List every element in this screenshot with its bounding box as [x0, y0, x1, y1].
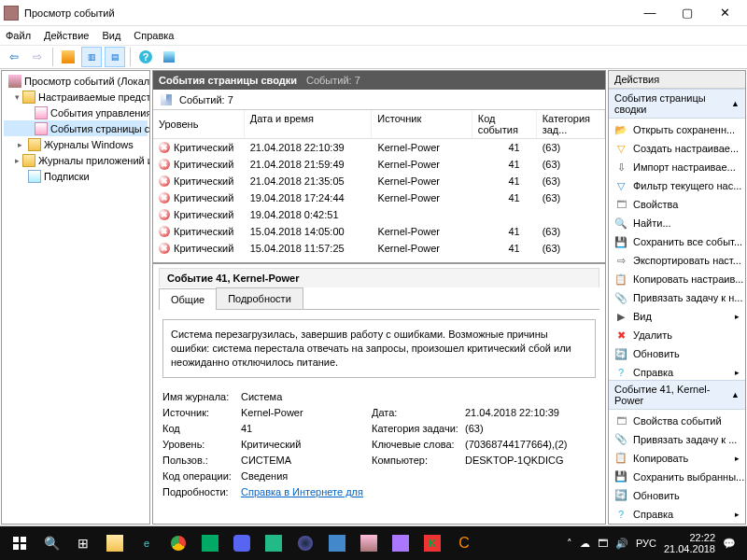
show-tree-button[interactable]: [58, 47, 78, 67]
tray-lang[interactable]: РУС: [636, 538, 656, 549]
view-list-button[interactable]: ▥: [81, 47, 102, 67]
action-task[interactable]: 📎Привязать задачу к ...: [609, 430, 745, 449]
copy-icon: 📋: [614, 273, 627, 286]
refresh-icon: 🔄: [614, 489, 627, 502]
detail-title: Событие 41, Kernel-Power: [159, 268, 599, 287]
action-refresh[interactable]: 🔄Обновить: [609, 486, 745, 505]
center-header: События страницы сводкиСобытий: 7: [153, 71, 605, 90]
action-props[interactable]: 🗔Свойства событий: [609, 412, 745, 430]
table-row[interactable]: ✖Критический21.04.2018 21:35:05Kernel-Po…: [153, 173, 605, 189]
table-row[interactable]: ✖Критический19.04.2018 0:42:51: [153, 206, 605, 223]
tree-root[interactable]: Просмотр событий (Локальны: [4, 73, 148, 89]
open-icon: 📂: [614, 123, 627, 136]
action-view[interactable]: ▶Вид▸: [609, 307, 745, 326]
tray-up-icon[interactable]: ˄: [567, 538, 572, 550]
actions-section-1: События страницы сводки▲: [609, 89, 745, 119]
table-row[interactable]: ✖Критический19.04.2018 17:24:44Kernel-Po…: [153, 189, 605, 206]
tray-volume-icon[interactable]: 🔊: [615, 538, 628, 550]
minimize-button[interactable]: —: [631, 1, 669, 25]
action-help[interactable]: ?Справка▸: [609, 363, 745, 380]
filter-button[interactable]: [159, 47, 179, 67]
back-button[interactable]: ⇦: [4, 47, 24, 67]
app-snip[interactable]: [385, 528, 416, 558]
online-help-link[interactable]: Справка в Интернете для: [241, 486, 372, 497]
system-tray[interactable]: ˄ ☁ 🗔 🔊 РУС 22:2221.04.2018 💬: [559, 532, 743, 554]
funnel-icon: [161, 94, 172, 105]
tree-applogs[interactable]: ▸Журналы приложений и сл: [4, 152, 148, 168]
tray-network-icon[interactable]: 🗔: [598, 538, 608, 549]
app-explorer[interactable]: [99, 528, 131, 558]
action-export[interactable]: ⇨Экспортировать наст...: [609, 251, 745, 270]
maximize-button[interactable]: ▢: [669, 1, 706, 25]
start-button[interactable]: [4, 528, 35, 558]
tree-summary[interactable]: События страницы свод: [4, 120, 148, 136]
action-find[interactable]: 🔍Найти...: [609, 214, 745, 232]
table-row[interactable]: ✖Критический21.04.2018 21:59:49Kernel-Po…: [153, 156, 605, 173]
menu-action[interactable]: Действие: [44, 30, 89, 41]
del-icon: ✖: [614, 329, 627, 342]
col-source[interactable]: Источник: [372, 110, 472, 138]
action-refresh[interactable]: 🔄Обновить: [609, 344, 745, 363]
table-row[interactable]: ✖Критический21.04.2018 22:10:39Kernel-Po…: [153, 139, 605, 156]
error-icon: ✖: [159, 243, 170, 254]
action-help[interactable]: ?Справка▸: [609, 505, 745, 524]
tree-winlogs[interactable]: ▸Журналы Windows: [4, 136, 148, 152]
tab-details[interactable]: Подробности: [216, 287, 303, 309]
error-icon: ✖: [159, 142, 170, 153]
tree-custom[interactable]: ▾Настраиваемые представл: [4, 89, 148, 105]
menu-help[interactable]: Справка: [134, 30, 174, 41]
col-level[interactable]: Уровень: [153, 110, 245, 138]
search-button[interactable]: 🔍: [35, 528, 67, 558]
action-del[interactable]: ✖Удалить: [609, 326, 745, 344]
app-ccleaner[interactable]: C: [448, 528, 480, 558]
tab-general[interactable]: Общие: [159, 288, 217, 310]
eventviewer-icon: [8, 75, 21, 88]
table-row[interactable]: ✖Критический15.04.2018 14:05:00Kernel-Po…: [153, 223, 605, 240]
col-datetime[interactable]: Дата и время: [245, 110, 373, 138]
view-detail-button[interactable]: ▤: [105, 47, 125, 67]
tray-cloud-icon[interactable]: ☁: [580, 538, 590, 550]
app-discord[interactable]: [226, 528, 258, 558]
action-task[interactable]: 📎Привязать задачу к н...: [609, 288, 745, 307]
app-edge[interactable]: e: [131, 528, 162, 558]
detail-tabs: Общие Подробности: [159, 287, 599, 310]
tray-clock[interactable]: 22:2221.04.2018: [664, 532, 715, 554]
actions-panel: Действия События страницы сводки▲ 📂Откры…: [608, 70, 746, 525]
error-icon: ✖: [159, 209, 170, 220]
action-save[interactable]: 💾Сохранить все событ...: [609, 232, 745, 251]
app-generic2[interactable]: [321, 528, 353, 558]
error-icon: ✖: [159, 192, 170, 203]
tray-notifications-icon[interactable]: 💬: [723, 538, 736, 550]
app-kaspersky[interactable]: K: [416, 528, 448, 558]
col-code[interactable]: Код события: [472, 110, 537, 138]
task-icon: 📎: [614, 291, 627, 304]
forward-button[interactable]: ⇨: [27, 47, 48, 67]
action-copy2[interactable]: 📋Копировать▸: [609, 449, 745, 468]
app-generic1[interactable]: [258, 528, 289, 558]
menu-file[interactable]: Файл: [6, 30, 31, 41]
tree-mgmt[interactable]: События управления: [4, 105, 148, 120]
tree-subs[interactable]: Подписки: [4, 168, 148, 184]
action-copy[interactable]: 📋Копировать настраив...: [609, 270, 745, 288]
action-filter[interactable]: ▽Фильтр текущего нас...: [609, 176, 745, 195]
action-funnel[interactable]: ▽Создать настраивае...: [609, 139, 745, 158]
import-icon: ⇩: [614, 161, 627, 174]
app-store[interactable]: [194, 528, 226, 558]
refresh-icon: 🔄: [614, 347, 627, 360]
help-button[interactable]: ?: [135, 47, 156, 67]
taskview-button[interactable]: ⊞: [67, 528, 99, 558]
svg-rect-2: [13, 544, 19, 550]
app-chrome[interactable]: [162, 528, 194, 558]
col-category[interactable]: Категория зад...: [537, 110, 605, 138]
event-count: Событий: 7: [179, 94, 233, 105]
action-open[interactable]: 📂Открыть сохраненн...: [609, 120, 745, 139]
filter-icon: ▽: [614, 179, 627, 192]
app-steam[interactable]: [289, 528, 321, 558]
action-save[interactable]: 💾Сохранить выбранны...: [609, 468, 745, 486]
menu-view[interactable]: Вид: [102, 30, 120, 41]
action-props[interactable]: 🗔Свойства: [609, 195, 745, 214]
action-import[interactable]: ⇩Импорт настраивае...: [609, 158, 745, 176]
table-row[interactable]: ✖Критический15.04.2018 11:57:25Kernel-Po…: [153, 240, 605, 257]
app-eventviewer[interactable]: [353, 528, 385, 558]
close-button[interactable]: ✕: [706, 1, 743, 25]
